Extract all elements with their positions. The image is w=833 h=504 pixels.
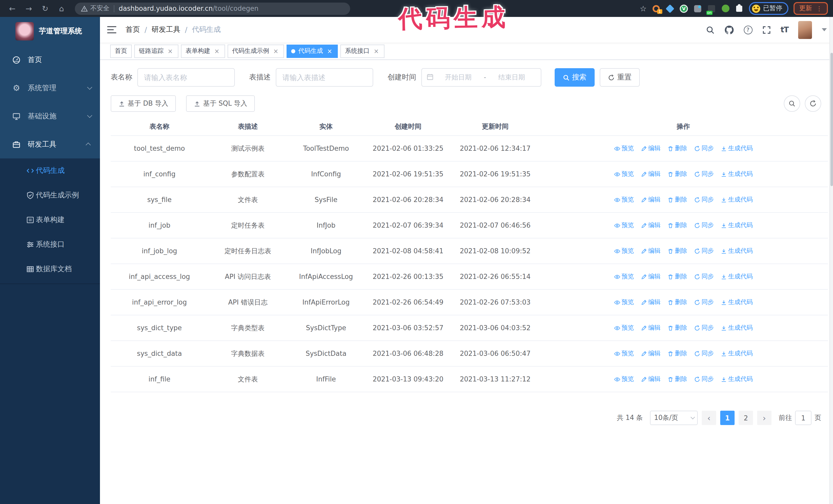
tab-home[interactable]: 首页 [110,44,132,58]
tab-system-api[interactable]: 系统接口× [340,44,384,58]
sidebar-item-form-builder[interactable]: 表单构建 [0,208,100,232]
edit-link[interactable]: 编辑 [641,169,661,179]
overflow-menu-icon[interactable]: ⋮ [816,5,822,12]
sync-link[interactable]: 同步 [694,272,714,282]
preview-link[interactable]: 预览 [614,144,634,153]
preview-link[interactable]: 预览 [614,246,634,256]
toggle-search-button[interactable] [784,95,800,112]
address-bar[interactable]: 不安全 dashboard.yudao.iocoder.cn /tool/cod… [75,2,350,15]
preview-link[interactable]: 预览 [614,374,634,384]
sidebar-item-system-api[interactable]: 系统接口 [0,232,100,257]
sidebar-item-devtools[interactable]: 研发工具 [0,130,100,159]
edit-link[interactable]: 编辑 [641,374,661,384]
sync-link[interactable]: 同步 [694,374,714,384]
hamburger-icon[interactable] [107,26,116,33]
page-2-button[interactable]: 2 [739,411,753,425]
import-sql-button[interactable]: 基于 SQL 导入 [186,95,255,112]
goto-page-input[interactable] [795,411,811,425]
tab-codegen[interactable]: 代码生成× [287,44,338,58]
window-scrollbar[interactable] [829,17,833,504]
prev-page-button[interactable]: ‹ [702,411,716,425]
table-name-input[interactable] [137,68,235,87]
generate-code-link[interactable]: 生成代码 [720,349,753,358]
sync-link[interactable]: 同步 [694,195,714,205]
delete-link[interactable]: 删除 [667,297,687,307]
close-icon[interactable]: × [167,47,174,55]
generate-code-link[interactable]: 生成代码 [720,272,753,282]
sidebar-item-codegen-example[interactable]: 代码生成示例 [0,183,100,208]
edit-link[interactable]: 编辑 [641,297,661,307]
github-icon[interactable] [724,25,734,34]
preview-link[interactable]: 预览 [614,272,634,282]
browser-update-button[interactable]: 更新 ⋮ [793,2,828,15]
generate-code-link[interactable]: 生成代码 [720,144,753,153]
generate-code-link[interactable]: 生成代码 [720,246,753,256]
delete-link[interactable]: 删除 [667,144,687,153]
edit-link[interactable]: 编辑 [641,144,661,153]
extension-monkey-icon[interactable] [721,4,730,13]
generate-code-link[interactable]: 生成代码 [720,297,753,307]
extension-gray-icon[interactable] [693,4,702,13]
fullscreen-icon[interactable] [762,25,771,34]
breadcrumb-home[interactable]: 首页 [125,25,140,34]
extension-gem-icon[interactable] [666,4,674,13]
sync-link[interactable]: 同步 [694,169,714,179]
close-icon[interactable]: × [373,47,380,55]
import-db-button[interactable]: 基于 DB 导入 [111,95,176,112]
extension-vue-icon[interactable]: V [680,4,688,13]
edit-link[interactable]: 编辑 [641,220,661,230]
bookmark-star-icon[interactable]: ☆ [640,4,647,13]
delete-link[interactable]: 删除 [667,272,687,282]
date-range-picker[interactable]: 开始日期 - 结束日期 [421,68,541,87]
generate-code-link[interactable]: 生成代码 [720,220,753,230]
delete-link[interactable]: 删除 [667,169,687,179]
forward-icon[interactable]: → [23,4,35,13]
generate-code-link[interactable]: 生成代码 [720,323,753,333]
preview-link[interactable]: 预览 [614,169,634,179]
next-page-button[interactable]: › [757,411,771,425]
sidebar-item-home[interactable]: 首页 [0,46,100,74]
preview-link[interactable]: 预览 [614,195,634,205]
home-icon[interactable]: ⌂ [55,4,68,13]
sidebar-item-db-doc[interactable]: 数据库文档 [0,257,100,282]
app-logo[interactable]: 芋道管理系统 [0,17,100,46]
delete-link[interactable]: 删除 [667,195,687,205]
back-icon[interactable]: ← [6,4,19,13]
page-size-select[interactable]: 10条/页 [650,411,698,425]
extension-switch-icon[interactable]: on [707,4,716,13]
tab-form-builder[interactable]: 表单构建× [181,44,225,58]
sync-link[interactable]: 同步 [694,323,714,333]
scrollbar-thumb[interactable] [830,53,833,186]
profile-paused-pill[interactable]: 已暂停 [749,2,788,15]
sync-link[interactable]: 同步 [694,297,714,307]
user-avatar[interactable] [798,21,812,39]
page-1-button[interactable]: 1 [720,411,735,425]
sidebar-item-infra[interactable]: 基础设施 [0,102,100,130]
sync-link[interactable]: 同步 [694,349,714,358]
close-icon[interactable]: × [272,47,279,55]
preview-link[interactable]: 预览 [614,323,634,333]
sidebar-item-system[interactable]: ⚙ 系统管理 [0,74,100,102]
sync-link[interactable]: 同步 [694,220,714,230]
preview-link[interactable]: 预览 [614,349,634,358]
sync-link[interactable]: 同步 [694,144,714,153]
extension-orange-icon[interactable]: 1 [652,4,661,13]
breadcrumb-devtools[interactable]: 研发工具 [151,25,180,34]
search-button[interactable]: 搜索 [555,68,595,87]
edit-link[interactable]: 编辑 [641,323,661,333]
reload-icon[interactable]: ↻ [39,4,51,13]
edit-link[interactable]: 编辑 [641,246,661,256]
edit-link[interactable]: 编辑 [641,195,661,205]
generate-code-link[interactable]: 生成代码 [720,195,753,205]
extension-puzzle-icon[interactable] [735,4,743,13]
preview-link[interactable]: 预览 [614,220,634,230]
tab-trace[interactable]: 链路追踪× [134,44,178,58]
font-size-icon[interactable]: tT [781,25,788,34]
generate-code-link[interactable]: 生成代码 [720,374,753,384]
user-caret-icon[interactable] [822,28,827,31]
edit-link[interactable]: 编辑 [641,272,661,282]
help-icon[interactable]: ? [743,25,752,34]
tab-codegen-example[interactable]: 代码生成示例× [228,44,284,58]
refresh-table-button[interactable] [805,95,821,112]
sync-link[interactable]: 同步 [694,246,714,256]
